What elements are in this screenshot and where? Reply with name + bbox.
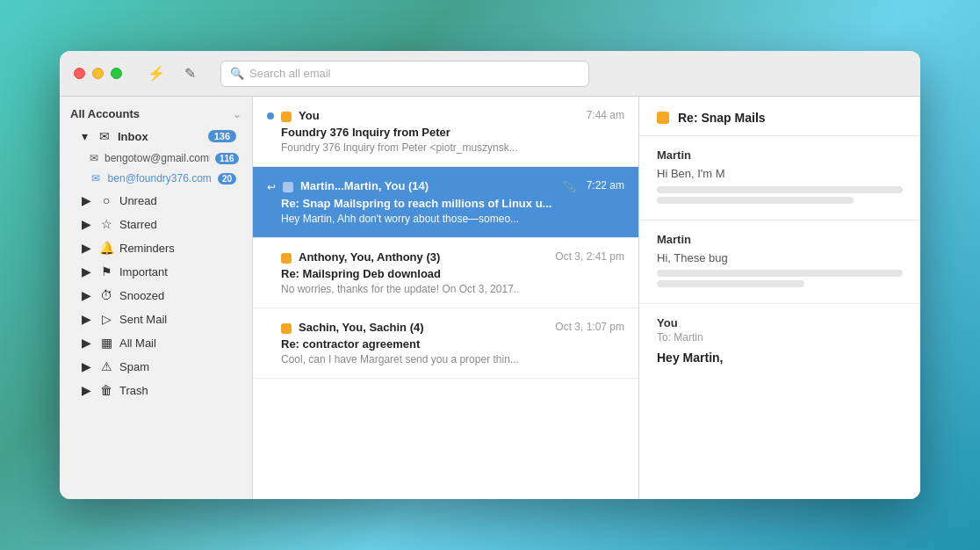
sidebar-item-reminders[interactable]: ▶ 🔔 Reminders	[65, 236, 247, 259]
unread-dot-icon: ○	[99, 193, 113, 207]
sidebar-item-allmail[interactable]: ▶ ▦ All Mail	[65, 331, 247, 354]
sidebar-item-starred[interactable]: ▶ ☆ Starred	[65, 213, 247, 235]
important-icon: ⚑	[99, 264, 113, 279]
search-bar[interactable]: 🔍 Search all email	[220, 61, 589, 87]
sidebar-item-inbox[interactable]: ▾ ✉ Inbox 136	[65, 125, 247, 148]
foundry-badge: 20	[218, 173, 236, 185]
email-time-2: 7:22 am	[587, 179, 624, 192]
titlebar-actions: ⚡ ✎	[143, 61, 203, 87]
email-sender-1: You	[299, 109, 580, 122]
email-sender-3: Anthony, You, Anthony (3)	[299, 250, 548, 264]
titlebar: ⚡ ✎ 🔍 Search all email	[60, 51, 920, 97]
email-subject-1: Foundry 376 Inquiry from Peter	[267, 126, 624, 139]
unread-dot-email1	[267, 112, 274, 119]
tag-email4	[281, 323, 292, 334]
message-body-1: Hi Ben, I'm M	[657, 165, 903, 183]
sidebar-item-trash[interactable]: ▶ 🗑 Trash	[65, 379, 247, 402]
main-content: All Accounts ⌄ ▾ ✉ Inbox 136 ✉ bengotow@…	[60, 97, 920, 499]
message-line-1b	[657, 197, 854, 204]
email-time-3: Oct 3, 2:41 pm	[555, 250, 624, 263]
foundry-icon: ✉	[90, 172, 102, 185]
sidebar-item-spam[interactable]: ▶ ⚠ Spam	[65, 355, 247, 378]
accounts-chevron-icon[interactable]: ⌄	[233, 108, 241, 120]
starred-icon: ☆	[99, 217, 113, 231]
app-window: ⚡ ✎ 🔍 Search all email All Accounts ⌄ ▾ …	[60, 51, 920, 499]
attach-icon-email2: 📎	[563, 181, 576, 193]
search-placeholder: Search all email	[249, 67, 331, 80]
snoozed-arrow-icon: ▶	[79, 288, 93, 302]
unread-label: Unread	[119, 194, 236, 207]
sidebar-item-unread[interactable]: ▶ ○ Unread	[65, 189, 247, 212]
important-arrow-icon: ▶	[79, 264, 93, 279]
gmail-badge: 116	[215, 153, 239, 164]
email-item-2[interactable]: ↩ Martin...Martin, You (14) 📎 7:22 am Re…	[253, 167, 638, 238]
snoozed-icon: ⏱	[99, 288, 113, 302]
email-preview-1: Foundry 376 Inquiry from Peter <piotr_mu…	[267, 141, 624, 154]
close-button[interactable]	[74, 68, 85, 79]
sent-arrow-icon: ▶	[79, 312, 93, 326]
sidebar-item-snoozed[interactable]: ▶ ⏱ Snoozed	[65, 284, 247, 307]
trash-label: Trash	[119, 384, 236, 397]
starred-arrow-icon: ▶	[79, 217, 93, 231]
detail-tag-icon	[657, 112, 669, 124]
collapse-arrow-icon: ▾	[77, 129, 91, 143]
tag-email1	[281, 112, 292, 122]
message-line-2a	[657, 270, 903, 277]
maximize-button[interactable]	[111, 68, 122, 79]
email-item-3[interactable]: Anthony, You, Anthony (3) Oct 3, 2:41 pm…	[253, 238, 638, 308]
message-body-2: Hi, These bug	[657, 250, 903, 267]
you-message-block: You To: Martin Hey Martin,	[639, 304, 920, 377]
detail-header: Re: Snap Mails	[639, 97, 920, 136]
tag-email3	[281, 253, 292, 264]
reminders-icon: 🔔	[99, 241, 113, 255]
sent-icon: ▷	[99, 312, 113, 326]
message-sender-1: Martin	[657, 148, 903, 162]
spam-label: Spam	[119, 360, 236, 373]
email-subject-4: Re: contractor agreement	[267, 337, 624, 351]
gmail-email: bengotow@gmail.com	[104, 152, 209, 164]
compose-icon[interactable]: ✎	[177, 61, 203, 87]
you-greeting: Hey Martin,	[657, 351, 903, 365]
activity-icon[interactable]: ⚡	[143, 61, 169, 87]
email-subject-3: Re: Mailspring Deb download	[267, 267, 624, 280]
trash-icon: 🗑	[99, 383, 113, 397]
email-sender-4: Sachin, You, Sachin (4)	[299, 321, 548, 334]
email-sender-2: Martin...Martin, You (14)	[300, 179, 556, 192]
snoozed-label: Snoozed	[119, 289, 236, 302]
sidebar-item-sent[interactable]: ▶ ▷ Sent Mail	[65, 308, 247, 330]
sent-label: Sent Mail	[119, 313, 236, 326]
email-preview-2: Hey Martin, Ahh don't worry about those—…	[267, 213, 624, 225]
important-label: Important	[119, 265, 236, 279]
you-sender: You	[657, 316, 903, 329]
allmail-icon: ▦	[99, 336, 113, 350]
message-sender-2: Martin	[657, 233, 903, 246]
search-icon: 🔍	[230, 67, 244, 80]
email-item-1[interactable]: You 7:44 am Foundry 376 Inquiry from Pet…	[253, 97, 638, 167]
gmail-icon: ✉	[90, 152, 98, 164]
spam-arrow-icon: ▶	[79, 359, 93, 373]
detail-title: Re: Snap Mails	[678, 111, 766, 125]
email-item-4[interactable]: Sachin, You, Sachin (4) Oct 3, 1:07 pm R…	[253, 308, 638, 379]
inbox-badge: 136	[208, 130, 236, 142]
sidebar-item-important[interactable]: ▶ ⚑ Important	[65, 260, 247, 283]
allmail-arrow-icon: ▶	[79, 336, 93, 350]
reminders-label: Reminders	[119, 242, 236, 255]
sidebar-section-header: All Accounts ⌄	[60, 104, 252, 124]
traffic-lights	[74, 68, 122, 79]
starred-label: Starred	[119, 218, 236, 231]
email-subject-2: Re: Snap Mailspring to reach millions of…	[267, 197, 624, 210]
email-detail: Re: Snap Mails Martin Hi Ben, I'm M Mart…	[639, 97, 920, 499]
sidebar-item-gmail[interactable]: ✉ bengotow@gmail.com 116	[65, 148, 247, 168]
sidebar-item-foundry[interactable]: ✉ ben@foundry376.com 20	[65, 169, 247, 188]
message-line-2b	[657, 280, 804, 287]
inbox-label: Inbox	[118, 130, 202, 143]
unread-arrow-icon: ▶	[79, 193, 93, 207]
sidebar: All Accounts ⌄ ▾ ✉ Inbox 136 ✉ bengotow@…	[60, 97, 253, 499]
email-time-1: 7:44 am	[587, 109, 624, 121]
reply-icon-email2: ↩	[267, 181, 276, 193]
email-list: You 7:44 am Foundry 376 Inquiry from Pet…	[253, 97, 639, 499]
minimize-button[interactable]	[92, 68, 104, 79]
you-to: To: Martin	[657, 331, 903, 344]
spam-icon: ⚠	[99, 359, 113, 373]
message-line-1a	[657, 186, 903, 193]
